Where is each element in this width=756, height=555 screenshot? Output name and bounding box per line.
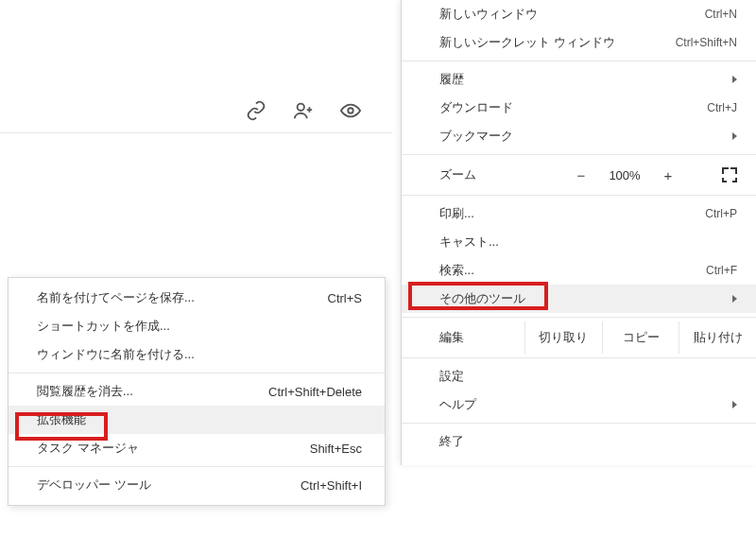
eye-icon[interactable]	[340, 100, 361, 121]
menu-print[interactable]: 印刷... Ctrl+P	[402, 199, 756, 228]
chrome-main-menu: 新しいウィンドウ Ctrl+N 新しいシークレット ウィンドウ Ctrl+Shi…	[401, 0, 756, 465]
menu-separator	[402, 154, 756, 155]
submenu-shortcut: Ctrl+Shift+I	[301, 478, 362, 493]
zoom-in-button[interactable]: +	[649, 167, 687, 183]
toolbar-icons	[246, 100, 361, 121]
svg-point-1	[348, 108, 353, 113]
menu-zoom: ズーム − 100% +	[402, 159, 756, 191]
submenu-label: ショートカットを作成...	[37, 318, 170, 335]
menu-edit-row: 編集 切り取り コピー 貼り付け	[402, 321, 756, 354]
menu-help[interactable]: ヘルプ	[402, 390, 756, 419]
submenu-label: 拡張機能	[37, 411, 86, 428]
toolbar-divider	[0, 132, 392, 133]
menu-label: ブックマーク	[439, 128, 729, 145]
fullscreen-icon[interactable]	[722, 167, 737, 182]
zoom-out-button[interactable]: −	[562, 167, 600, 183]
svg-point-0	[298, 104, 304, 111]
edit-copy-button[interactable]: コピー	[602, 321, 679, 354]
submenu-task-manager[interactable]: タスク マネージャ Shift+Esc	[9, 434, 385, 462]
submenu-label: デベロッパー ツール	[37, 477, 151, 494]
menu-exit[interactable]: 終了	[402, 427, 756, 456]
menu-cast[interactable]: キャスト...	[402, 228, 756, 256]
menu-new-incognito[interactable]: 新しいシークレット ウィンドウ Ctrl+Shift+N	[402, 28, 756, 57]
menu-find[interactable]: 検索... Ctrl+F	[402, 256, 756, 285]
menu-separator	[402, 423, 756, 424]
menu-separator	[402, 195, 756, 196]
menu-bookmarks[interactable]: ブックマーク	[402, 122, 756, 150]
menu-separator	[402, 317, 756, 318]
menu-label: ダウンロード	[439, 99, 707, 116]
submenu-shortcut: Ctrl+Shift+Delete	[268, 385, 362, 399]
zoom-value: 100%	[600, 168, 649, 182]
submenu-create-shortcut[interactable]: ショートカットを作成...	[9, 312, 385, 340]
edit-label: 編集	[439, 329, 524, 346]
menu-shortcut: Ctrl+Shift+N	[676, 36, 737, 49]
menu-shortcut: Ctrl+N	[705, 8, 737, 21]
submenu-dev-tools[interactable]: デベロッパー ツール Ctrl+Shift+I	[9, 471, 385, 499]
menu-label: 新しいウィンドウ	[439, 6, 705, 23]
menu-label: 設定	[439, 368, 737, 385]
menu-history[interactable]: 履歴	[402, 65, 756, 94]
edit-cut-button[interactable]: 切り取り	[524, 321, 602, 354]
submenu-clear-browsing[interactable]: 閲覧履歴を消去... Ctrl+Shift+Delete	[9, 377, 385, 406]
zoom-label: ズーム	[439, 166, 562, 183]
submenu-shortcut: Ctrl+S	[328, 291, 362, 305]
menu-separator	[9, 373, 385, 373]
submenu-shortcut: Shift+Esc	[310, 442, 362, 456]
menu-label: ヘルプ	[439, 396, 729, 413]
link-icon[interactable]	[246, 100, 266, 121]
menu-label: 履歴	[439, 71, 729, 88]
submenu-label: ウィンドウに名前を付ける...	[37, 346, 195, 363]
menu-separator	[402, 357, 756, 358]
menu-downloads[interactable]: ダウンロード Ctrl+J	[402, 94, 756, 122]
menu-label: その他のツール	[439, 290, 729, 307]
add-person-icon[interactable]	[293, 100, 314, 121]
submenu-label: タスク マネージャ	[37, 440, 139, 457]
menu-label: 印刷...	[439, 205, 705, 222]
menu-shortcut: Ctrl+J	[707, 101, 737, 114]
submenu-extensions[interactable]: 拡張機能	[9, 406, 385, 434]
menu-shortcut: Ctrl+P	[705, 207, 737, 220]
menu-separator	[402, 61, 756, 61]
menu-settings[interactable]: 設定	[402, 362, 756, 390]
menu-label: 検索...	[439, 262, 706, 279]
other-tools-submenu: 名前を付けてページを保存... Ctrl+S ショートカットを作成... ウィン…	[8, 277, 386, 506]
submenu-save-page[interactable]: 名前を付けてページを保存... Ctrl+S	[9, 284, 385, 312]
submenu-label: 名前を付けてページを保存...	[37, 289, 195, 306]
menu-separator	[9, 466, 385, 467]
menu-shortcut: Ctrl+F	[706, 264, 737, 277]
menu-label: 終了	[439, 433, 737, 450]
submenu-name-window[interactable]: ウィンドウに名前を付ける...	[9, 340, 385, 369]
submenu-label: 閲覧履歴を消去...	[37, 383, 133, 400]
menu-label: 新しいシークレット ウィンドウ	[439, 34, 676, 51]
menu-other-tools[interactable]: その他のツール	[402, 285, 756, 313]
edit-paste-button[interactable]: 貼り付け	[679, 321, 756, 354]
menu-label: キャスト...	[439, 234, 737, 251]
menu-new-window[interactable]: 新しいウィンドウ Ctrl+N	[402, 0, 756, 28]
